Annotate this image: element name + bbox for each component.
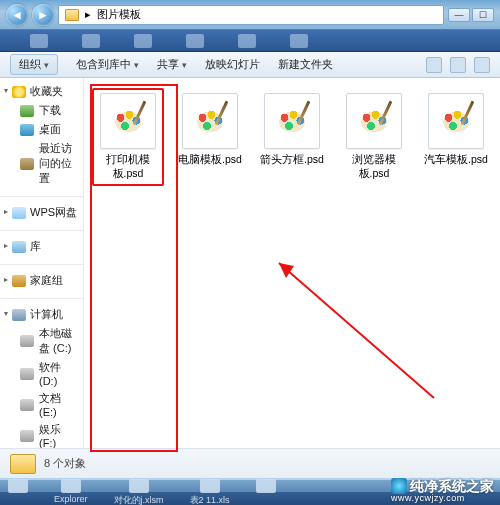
drive-icon <box>20 335 34 347</box>
file-name-label: 浏览器模板.psd <box>341 153 407 181</box>
svg-line-0 <box>279 263 434 398</box>
navigation-sidebar: ▾ 收藏夹 下载 桌面 最近访问的位置 ▸ WPS网盘 <box>0 78 84 448</box>
sidebar-item-desktop[interactable]: 桌面 <box>0 120 83 139</box>
address-bar[interactable]: ▸ 图片模板 <box>58 5 444 25</box>
nav-forward-button[interactable]: ► <box>32 4 54 26</box>
folder-icon <box>10 454 36 474</box>
file-thumbnail <box>100 93 156 149</box>
minimize-button[interactable]: — <box>448 8 470 22</box>
explorer-toolbar: 组织 包含到库中 共享 放映幻灯片 新建文件夹 <box>0 52 500 78</box>
download-icon <box>20 105 34 117</box>
file-item[interactable]: 箭头方框.psd <box>256 88 328 172</box>
file-name-label: 箭头方框.psd <box>260 153 324 167</box>
status-count: 8 个对象 <box>44 456 86 471</box>
taskbar-item-icon <box>129 479 149 493</box>
folder-icon <box>65 9 79 21</box>
sidebar-item-recent[interactable]: 最近访问的位置 <box>0 139 83 188</box>
taskbar-item[interactable]: 对化的j.xlsm <box>114 479 164 506</box>
background-taskbar-peek <box>0 30 500 52</box>
computer-icon <box>12 309 26 321</box>
sidebar-item-homegroup[interactable]: ▸ 家庭组 <box>0 271 83 290</box>
sidebar-item-label: 本地磁盘 (C:) <box>39 326 79 356</box>
taskbar-item-icon <box>8 479 28 493</box>
view-options-button[interactable] <box>426 57 442 73</box>
sidebar-item-wps-cloud[interactable]: ▸ WPS网盘 <box>0 203 83 222</box>
homegroup-icon <box>12 275 26 287</box>
taskbar-item-icon <box>200 479 220 493</box>
drive-icon <box>20 430 34 442</box>
file-item[interactable]: 电脑模板.psd <box>174 88 246 172</box>
drive-icon <box>20 368 34 380</box>
file-thumbnail <box>346 93 402 149</box>
sidebar-item-label: 下载 <box>39 103 61 118</box>
breadcrumb-sep: ▸ <box>85 8 91 21</box>
taskbar-item[interactable] <box>8 479 28 506</box>
taskbar-item-icon <box>61 479 81 493</box>
file-thumbnail <box>428 93 484 149</box>
sidebar-item-label: 计算机 <box>30 307 63 322</box>
file-item[interactable]: 浏览器模板.psd <box>338 88 410 186</box>
watermark: 纯净系统之家 www.ycwjzy.com <box>391 478 494 503</box>
desktop-icon <box>20 124 34 136</box>
sidebar-item-label: 库 <box>30 239 41 254</box>
sidebar-item-label: 文档 (E:) <box>39 391 79 418</box>
include-in-library-menu[interactable]: 包含到库中 <box>76 57 139 72</box>
file-item[interactable]: 打印机模板.psd <box>92 88 164 186</box>
sidebar-item-label: WPS网盘 <box>30 205 77 220</box>
watermark-logo-icon <box>391 478 407 494</box>
breadcrumb-current[interactable]: 图片模板 <box>97 7 141 22</box>
desktop-taskbar: Explorer对化的j.xlsm表2 11.xls 纯净系统之家 www.yc… <box>0 478 500 505</box>
file-thumbnail <box>182 93 238 149</box>
preview-pane-button[interactable] <box>450 57 466 73</box>
recent-icon <box>20 158 34 170</box>
organize-menu[interactable]: 组织 <box>10 54 58 75</box>
maximize-button[interactable]: ☐ <box>472 8 494 22</box>
sidebar-item-drive-e[interactable]: 文档 (E:) <box>0 389 83 420</box>
sidebar-item-downloads[interactable]: 下载 <box>0 101 83 120</box>
sidebar-item-computer[interactable]: ▾ 计算机 <box>0 305 83 324</box>
sidebar-item-libraries[interactable]: ▸ 库 <box>0 237 83 256</box>
nav-back-button[interactable]: ◄ <box>6 4 28 26</box>
taskbar-item-label: 表2 11.xls <box>190 494 230 506</box>
status-bar: 8 个对象 <box>0 448 500 478</box>
window-titlebar: ◄ ► ▸ 图片模板 — ☐ <box>0 0 500 30</box>
library-icon <box>12 241 26 253</box>
file-name-label: 汽车模板.psd <box>424 153 488 167</box>
taskbar-item-icon <box>256 479 276 493</box>
sidebar-item-drive-c[interactable]: 本地磁盘 (C:) <box>0 324 83 358</box>
share-menu[interactable]: 共享 <box>157 57 187 72</box>
sidebar-item-label: 收藏夹 <box>30 84 63 99</box>
sidebar-group-favorites: ▾ 收藏夹 下载 桌面 最近访问的位置 <box>0 78 83 194</box>
sidebar-item-drive-f[interactable]: 娱乐 (F:) <box>0 420 83 448</box>
sidebar-item-favorites[interactable]: ▾ 收藏夹 <box>0 82 83 101</box>
file-name-label: 电脑模板.psd <box>178 153 242 167</box>
sidebar-item-label: 最近访问的位置 <box>39 141 79 186</box>
slideshow-button[interactable]: 放映幻灯片 <box>205 57 260 72</box>
taskbar-item[interactable] <box>256 479 276 506</box>
taskbar-item-label: Explorer <box>54 494 88 504</box>
taskbar-item[interactable]: 表2 11.xls <box>190 479 230 506</box>
drive-icon <box>20 399 34 411</box>
annotation-arrow <box>264 248 464 422</box>
help-button[interactable] <box>474 57 490 73</box>
window-controls: — ☐ <box>448 8 494 22</box>
sidebar-item-label: 娱乐 (F:) <box>39 422 79 448</box>
cloud-icon <box>12 207 26 219</box>
sidebar-item-label: 软件 (D:) <box>39 360 79 387</box>
taskbar-item-label: 对化的j.xlsm <box>114 494 164 506</box>
taskbar-item[interactable]: Explorer <box>54 479 88 506</box>
sidebar-item-label: 家庭组 <box>30 273 63 288</box>
file-name-label: 打印机模板.psd <box>95 153 161 181</box>
new-folder-button[interactable]: 新建文件夹 <box>278 57 333 72</box>
star-icon <box>12 86 26 98</box>
file-thumbnail <box>264 93 320 149</box>
sidebar-item-drive-d[interactable]: 软件 (D:) <box>0 358 83 389</box>
file-list-pane[interactable]: 打印机模板.psd电脑模板.psd箭头方框.psd浏览器模板.psd汽车模板.p… <box>84 78 500 448</box>
file-item[interactable]: 汽车模板.psd <box>420 88 492 172</box>
svg-marker-1 <box>279 263 294 278</box>
sidebar-item-label: 桌面 <box>39 122 61 137</box>
